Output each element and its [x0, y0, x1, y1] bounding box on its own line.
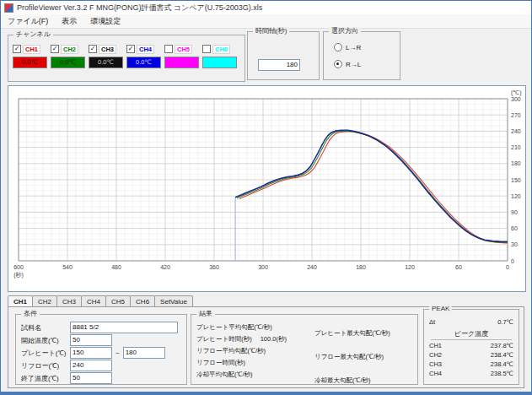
results-left-column: プレヒート平均勾配(℃/秒)プレヒート時間(秒)100.0(秒)リフロー平均勾配… — [196, 322, 287, 381]
time-axis-label: 時間軸(秒) — [253, 27, 289, 35]
sample-name-input[interactable] — [70, 322, 178, 333]
result-row: リフロー最大勾配(℃/秒) — [314, 345, 390, 369]
peak-channel-value: 238.5℃ — [491, 370, 513, 379]
tab-ch1[interactable]: CH1 — [8, 295, 33, 306]
direction-group: 選択方向 L→RR→L — [323, 31, 400, 80]
reflow-input[interactable] — [70, 360, 112, 371]
tab-ch5[interactable]: CH5 — [105, 295, 131, 306]
radio-icon[interactable] — [334, 43, 342, 51]
peak-delta-row: Δt 0.7℃ — [424, 318, 519, 327]
time-axis-input[interactable] — [258, 59, 300, 71]
result-label: リフロー時間(秒) — [196, 359, 245, 367]
reflow-label: リフロー(℃) — [21, 361, 70, 371]
peak-delta-value: 0.7℃ — [497, 318, 513, 327]
svg-text:120: 120 — [405, 264, 415, 270]
channel-checkbox[interactable] — [164, 45, 173, 53]
channel-checkbox-row: ✓CH2 — [51, 44, 85, 54]
peak-header: ピーク温度 — [431, 329, 512, 340]
direction-option-label: R→L — [346, 61, 361, 68]
svg-text:480: 480 — [111, 264, 121, 270]
end-temp-input[interactable] — [70, 372, 112, 384]
tab-ch4[interactable]: CH4 — [81, 295, 106, 306]
peak-channel-row: CH4238.5℃ — [424, 370, 519, 379]
channel-checkbox[interactable]: ✓ — [13, 45, 21, 53]
channel-checkbox-row: CH5 — [164, 44, 199, 54]
channel-item: CH5 — [164, 44, 199, 68]
profile-chart[interactable]: 600540480420360300240180120600(秒)0306090… — [8, 86, 525, 291]
channel-label: CH6 — [212, 45, 230, 54]
result-row: リフロー時間(秒) — [196, 357, 287, 369]
result-label: 冷却平均勾配(℃/秒) — [196, 371, 253, 379]
menu-view[interactable]: 表示 — [55, 15, 83, 28]
result-label: リフロー最大勾配(℃/秒) — [314, 353, 384, 361]
end-temp-label: 終了温度(℃) — [21, 374, 70, 383]
channel-checkbox[interactable]: ✓ — [126, 45, 135, 53]
app-window: ProfileViewer Ver.3.2 F MNG(PONG)評価書式 コン… — [0, 0, 532, 395]
tilde: ~ — [116, 349, 120, 357]
channel-group-label: チャンネル — [13, 30, 53, 39]
channel-value-box: 0.0℃ — [126, 57, 161, 68]
svg-text:150: 150 — [511, 177, 521, 183]
tab-strip: CH1CH2CH3CH4CH5CH6SetValue — [8, 295, 192, 306]
tab-ch6[interactable]: CH6 — [130, 295, 155, 306]
preheat-to-input[interactable] — [123, 347, 165, 359]
conditions-group: 条件 試料名 開始温度(℃) プレヒート(℃) ~ リフロー(℃) 終了温度(℃… — [15, 314, 187, 385]
tab-ch2[interactable]: CH2 — [32, 295, 57, 306]
channel-checkbox-row: ✓CH4 — [126, 44, 161, 54]
svg-text:240: 240 — [307, 264, 317, 270]
channel-item: ✓CH10.0℃ — [13, 44, 47, 68]
results-right-column: プレヒート最大勾配(℃/秒)リフロー最大勾配(℃/秒)冷却最大勾配(℃/秒) — [314, 322, 390, 392]
svg-text:540: 540 — [62, 264, 73, 270]
svg-text:0: 0 — [511, 258, 514, 264]
preheat-from-input[interactable] — [70, 347, 112, 359]
peak-rows: CH1237.8℃CH2238.4℃CH3238.4℃CH4238.5℃ — [424, 342, 519, 379]
peak-channel-row: CH3238.4℃ — [424, 360, 519, 370]
channel-group: チャンネル ✓CH10.0℃✓CH20.0℃✓CH30.0℃✓CH40.0℃CH… — [8, 35, 245, 82]
svg-text:90: 90 — [511, 209, 518, 215]
result-label: プレヒート時間(秒) — [196, 335, 252, 344]
svg-text:30: 30 — [511, 241, 518, 247]
peak-channel-label: CH2 — [429, 351, 442, 360]
menu-file[interactable]: ファイル(F) — [1, 15, 55, 28]
channel-checkbox[interactable]: ✓ — [51, 45, 59, 53]
start-temp-label: 開始温度(℃) — [21, 336, 70, 345]
tab-setvalue[interactable]: SetValue — [154, 295, 193, 306]
svg-text:600: 600 — [13, 264, 24, 270]
channel-value-box: 0.0℃ — [13, 57, 47, 68]
svg-text:270: 270 — [511, 112, 521, 118]
channel-value-box: 0.0℃ — [51, 57, 85, 68]
svg-text:60: 60 — [511, 225, 518, 231]
tab-ch3[interactable]: CH3 — [56, 295, 82, 306]
channel-item: ✓CH30.0℃ — [89, 44, 123, 68]
result-label: プレヒート平均勾配(℃/秒) — [196, 323, 272, 332]
menu-settings[interactable]: 環境設定 — [83, 15, 127, 28]
result-row: 冷却最大勾配(℃/秒) — [314, 369, 390, 392]
svg-text:420: 420 — [160, 264, 170, 270]
svg-text:240: 240 — [511, 128, 521, 134]
result-label: 冷却最大勾配(℃/秒) — [314, 376, 371, 385]
channel-checkbox[interactable]: ✓ — [89, 45, 97, 53]
direction-options: L→RR→L — [334, 42, 361, 76]
direction-group-label: 選択方向 — [329, 27, 361, 35]
channel-value-box — [202, 57, 237, 68]
channel-checkbox-row: CH6 — [202, 44, 237, 54]
svg-text:0: 0 — [506, 264, 509, 270]
result-label: プレヒート最大勾配(℃/秒) — [314, 329, 390, 338]
result-row: リフロー平均勾配(℃/秒) — [196, 345, 287, 357]
svg-text:210: 210 — [511, 144, 521, 150]
direction-option[interactable]: R→L — [334, 59, 361, 69]
peak-group: PEAK Δt 0.7℃ ピーク温度 CH1237.8℃CH2238.4℃CH3… — [423, 309, 519, 385]
start-temp-input[interactable] — [70, 334, 112, 346]
channel-checkbox[interactable] — [202, 45, 211, 53]
conditions-group-label: 条件 — [21, 310, 40, 318]
radio-selected-icon[interactable] — [334, 60, 342, 68]
result-label: リフロー平均勾配(℃/秒) — [196, 347, 266, 355]
peak-channel-value: 238.4℃ — [491, 351, 513, 360]
channel-label: CH2 — [61, 45, 78, 54]
svg-text:180: 180 — [356, 264, 366, 270]
channel-label: CH1 — [23, 45, 40, 54]
direction-option[interactable]: L→R — [334, 42, 361, 52]
tab-page: 条件 試料名 開始温度(℃) プレヒート(℃) ~ リフロー(℃) 終了温度(℃… — [8, 306, 524, 388]
chart-panel: 600540480420360300240180120600(秒)0306090… — [8, 85, 526, 292]
peak-channel-value: 238.4℃ — [491, 360, 513, 370]
